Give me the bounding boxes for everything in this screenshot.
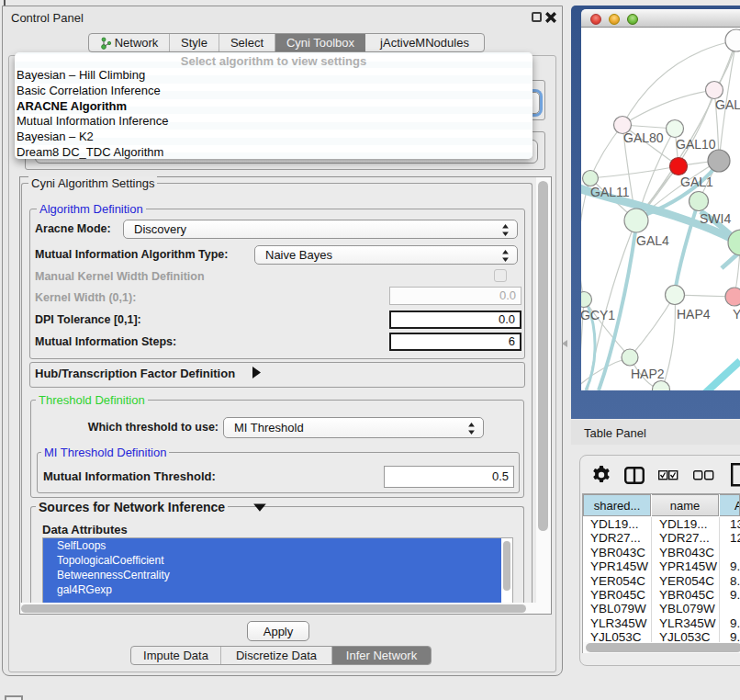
svg-text:HAP2: HAP2 (631, 367, 665, 381)
svg-text:GCY1: GCY1 (581, 308, 615, 322)
svg-text:GAL11: GAL11 (590, 185, 630, 199)
svg-text:Y: Y (733, 307, 740, 322)
svg-text:GAL4: GAL4 (636, 233, 669, 248)
svg-text:GAL2: GAL2 (715, 97, 740, 112)
svg-text:GAL10: GAL10 (676, 137, 716, 152)
svg-text:SWI4: SWI4 (700, 211, 731, 226)
svg-text:GAL80: GAL80 (623, 130, 664, 145)
svg-text:HAP4: HAP4 (677, 307, 711, 322)
svg-text:GAL1: GAL1 (680, 175, 713, 189)
